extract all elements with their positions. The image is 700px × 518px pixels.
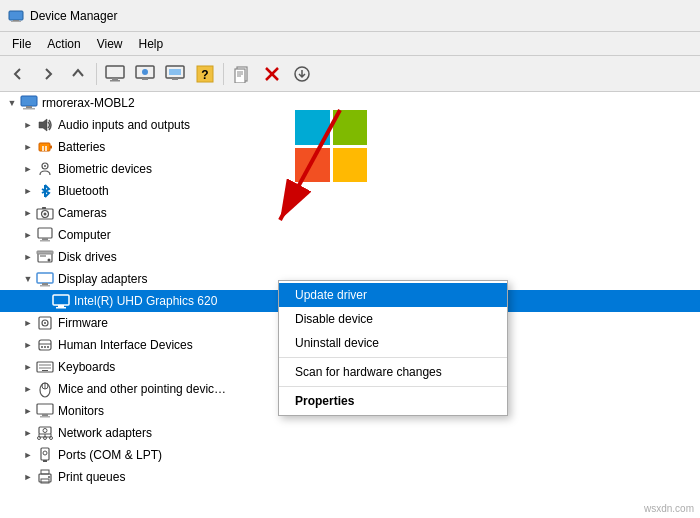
keyboards-expander[interactable]: ► — [20, 359, 36, 375]
svg-rect-77 — [41, 448, 49, 460]
toolbar-help[interactable]: ? — [191, 60, 219, 88]
svg-point-31 — [44, 165, 46, 167]
firmware-label: Firmware — [58, 316, 108, 330]
svg-point-34 — [44, 213, 47, 216]
svg-rect-26 — [39, 143, 50, 151]
computer-icon2 — [36, 226, 54, 244]
hid-expander[interactable]: ► — [20, 337, 36, 353]
firmware-expander[interactable]: ► — [20, 315, 36, 331]
diskdrives-label: Disk drives — [58, 250, 117, 264]
svg-rect-2 — [11, 21, 21, 22]
tile-tr — [333, 110, 368, 145]
network-label: Network adapters — [58, 426, 152, 440]
toolbar-back[interactable] — [4, 60, 32, 88]
svg-rect-48 — [56, 307, 66, 309]
print-label: Print queues — [58, 470, 125, 484]
menu-view[interactable]: View — [89, 35, 131, 53]
toolbar-download[interactable] — [288, 60, 316, 88]
hid-icon — [36, 336, 54, 354]
tree-item-computer[interactable]: ► Computer — [0, 224, 700, 246]
toolbar-monitor2[interactable] — [131, 60, 159, 88]
svg-point-7 — [142, 69, 148, 75]
context-menu-uninstall[interactable]: Uninstall device — [279, 331, 507, 355]
root-expander[interactable]: ▼ — [4, 95, 20, 111]
svg-rect-35 — [42, 207, 46, 209]
bluetooth-icon — [36, 182, 54, 200]
svg-rect-60 — [42, 370, 48, 371]
root-label: rmorerax-MOBL2 — [42, 96, 135, 110]
toolbar-clipboard[interactable] — [228, 60, 256, 88]
svg-rect-65 — [42, 414, 48, 416]
tree-item-diskdrives[interactable]: ► Disk drives — [0, 246, 700, 268]
tree-item-print[interactable]: ► Print queues — [0, 466, 700, 488]
svg-rect-64 — [37, 404, 53, 414]
biometric-icon — [36, 160, 54, 178]
svg-marker-25 — [39, 119, 47, 131]
svg-rect-0 — [9, 11, 23, 20]
menu-help[interactable]: Help — [131, 35, 172, 53]
menu-action[interactable]: Action — [39, 35, 88, 53]
bluetooth-expander[interactable]: ► — [20, 183, 36, 199]
batteries-icon — [36, 138, 54, 156]
gpu-label: Intel(R) UHD Graphics 620 — [74, 294, 217, 308]
svg-rect-44 — [42, 283, 48, 285]
displayadapters-label: Display adapters — [58, 272, 147, 286]
windows-logo — [295, 110, 367, 182]
audio-expander[interactable]: ► — [20, 117, 36, 133]
network-icon — [36, 424, 54, 442]
svg-rect-3 — [106, 66, 124, 78]
svg-rect-78 — [43, 460, 47, 462]
batteries-expander[interactable]: ► — [20, 139, 36, 155]
toolbar-monitor[interactable] — [101, 60, 129, 88]
svg-rect-4 — [112, 78, 118, 80]
svg-rect-22 — [21, 96, 37, 106]
tree-item-ports[interactable]: ► Ports (COM & LPT) — [0, 444, 700, 466]
tile-bl — [295, 148, 330, 183]
app-icon — [8, 8, 24, 24]
svg-rect-11 — [172, 78, 178, 80]
toolbar-forward[interactable] — [34, 60, 62, 88]
ports-expander[interactable]: ► — [20, 447, 36, 463]
context-menu-update[interactable]: Update driver — [279, 283, 507, 307]
ports-icon — [36, 446, 54, 464]
svg-rect-81 — [41, 470, 49, 474]
keyboards-label: Keyboards — [58, 360, 115, 374]
menu-bar: File Action View Help — [0, 32, 700, 56]
firmware-icon — [36, 314, 54, 332]
keyboards-icon — [36, 358, 54, 376]
tree-item-network[interactable]: ► Network adapters — [0, 422, 700, 444]
displayadapters-expander[interactable]: ▼ — [20, 271, 36, 287]
toolbar-delete[interactable] — [258, 60, 286, 88]
svg-rect-45 — [40, 285, 50, 287]
svg-rect-52 — [39, 340, 51, 350]
batteries-label: Batteries — [58, 140, 105, 154]
toolbar-up[interactable] — [64, 60, 92, 88]
print-expander[interactable]: ► — [20, 469, 36, 485]
cameras-expander[interactable]: ► — [20, 205, 36, 221]
monitors-expander[interactable]: ► — [20, 403, 36, 419]
bluetooth-label: Bluetooth — [58, 184, 109, 198]
mice-label: Mice and other pointing devic… — [58, 382, 226, 396]
computer-expander[interactable]: ► — [20, 227, 36, 243]
svg-point-68 — [43, 429, 47, 433]
svg-rect-5 — [110, 80, 120, 82]
svg-rect-8 — [142, 78, 148, 80]
menu-file[interactable]: File — [4, 35, 39, 53]
cameras-label: Cameras — [58, 206, 107, 220]
svg-rect-23 — [26, 106, 32, 108]
context-menu-scan[interactable]: Scan for hardware changes — [279, 360, 507, 384]
biometric-expander[interactable]: ► — [20, 161, 36, 177]
svg-point-40 — [48, 259, 51, 262]
network-expander[interactable]: ► — [20, 425, 36, 441]
svg-point-56 — [47, 346, 49, 348]
toolbar-monitor3[interactable] — [161, 60, 189, 88]
svg-rect-38 — [40, 240, 50, 242]
svg-rect-27 — [50, 146, 52, 149]
mice-expander[interactable]: ► — [20, 381, 36, 397]
svg-rect-42 — [37, 251, 53, 254]
context-menu-properties[interactable]: Properties — [279, 389, 507, 413]
diskdrives-expander[interactable]: ► — [20, 249, 36, 265]
tree-item-bluetooth[interactable]: ► Bluetooth — [0, 180, 700, 202]
context-menu-disable[interactable]: Disable device — [279, 307, 507, 331]
tree-item-cameras[interactable]: ► Cameras — [0, 202, 700, 224]
